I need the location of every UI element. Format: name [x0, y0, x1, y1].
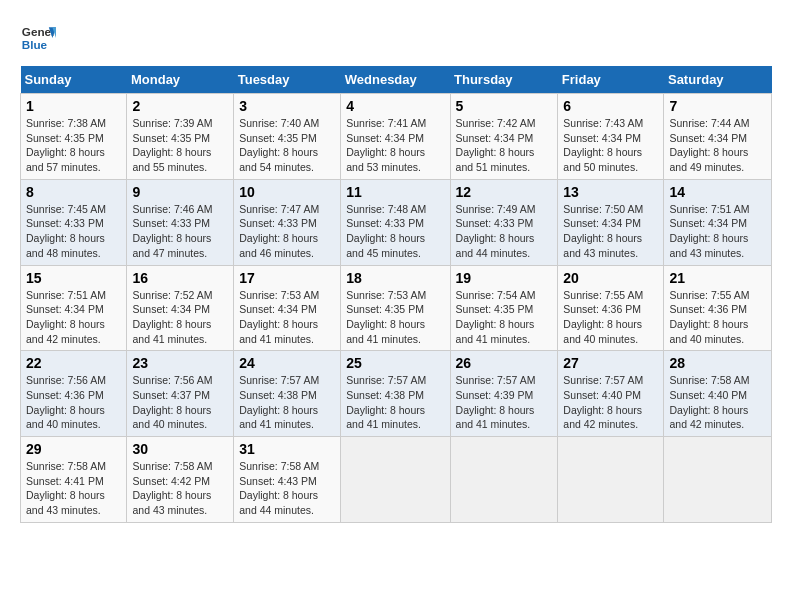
- page-header: General Blue: [20, 20, 772, 56]
- calendar-cell: 25Sunrise: 7:57 AM Sunset: 4:38 PM Dayli…: [341, 351, 450, 437]
- calendar-header-row: SundayMondayTuesdayWednesdayThursdayFrid…: [21, 66, 772, 94]
- calendar-cell: 10Sunrise: 7:47 AM Sunset: 4:33 PM Dayli…: [234, 179, 341, 265]
- calendar-cell: 6Sunrise: 7:43 AM Sunset: 4:34 PM Daylig…: [558, 94, 664, 180]
- header-monday: Monday: [127, 66, 234, 94]
- day-number: 29: [26, 441, 121, 457]
- day-number: 9: [132, 184, 228, 200]
- calendar-cell: 26Sunrise: 7:57 AM Sunset: 4:39 PM Dayli…: [450, 351, 558, 437]
- day-info: Sunrise: 7:45 AM Sunset: 4:33 PM Dayligh…: [26, 202, 121, 261]
- day-number: 12: [456, 184, 553, 200]
- day-number: 22: [26, 355, 121, 371]
- calendar-cell: 5Sunrise: 7:42 AM Sunset: 4:34 PM Daylig…: [450, 94, 558, 180]
- calendar-week-row: 8Sunrise: 7:45 AM Sunset: 4:33 PM Daylig…: [21, 179, 772, 265]
- day-number: 17: [239, 270, 335, 286]
- day-number: 18: [346, 270, 444, 286]
- day-info: Sunrise: 7:55 AM Sunset: 4:36 PM Dayligh…: [669, 288, 766, 347]
- calendar-week-row: 15Sunrise: 7:51 AM Sunset: 4:34 PM Dayli…: [21, 265, 772, 351]
- day-info: Sunrise: 7:51 AM Sunset: 4:34 PM Dayligh…: [669, 202, 766, 261]
- day-number: 10: [239, 184, 335, 200]
- day-info: Sunrise: 7:39 AM Sunset: 4:35 PM Dayligh…: [132, 116, 228, 175]
- calendar-cell: 20Sunrise: 7:55 AM Sunset: 4:36 PM Dayli…: [558, 265, 664, 351]
- calendar-week-row: 29Sunrise: 7:58 AM Sunset: 4:41 PM Dayli…: [21, 437, 772, 523]
- day-number: 19: [456, 270, 553, 286]
- day-info: Sunrise: 7:58 AM Sunset: 4:43 PM Dayligh…: [239, 459, 335, 518]
- day-info: Sunrise: 7:46 AM Sunset: 4:33 PM Dayligh…: [132, 202, 228, 261]
- day-number: 8: [26, 184, 121, 200]
- day-info: Sunrise: 7:43 AM Sunset: 4:34 PM Dayligh…: [563, 116, 658, 175]
- calendar-cell: 19Sunrise: 7:54 AM Sunset: 4:35 PM Dayli…: [450, 265, 558, 351]
- day-info: Sunrise: 7:40 AM Sunset: 4:35 PM Dayligh…: [239, 116, 335, 175]
- day-number: 26: [456, 355, 553, 371]
- calendar-cell: [341, 437, 450, 523]
- day-number: 11: [346, 184, 444, 200]
- day-number: 24: [239, 355, 335, 371]
- day-info: Sunrise: 7:42 AM Sunset: 4:34 PM Dayligh…: [456, 116, 553, 175]
- day-info: Sunrise: 7:58 AM Sunset: 4:42 PM Dayligh…: [132, 459, 228, 518]
- header-thursday: Thursday: [450, 66, 558, 94]
- calendar-cell: 3Sunrise: 7:40 AM Sunset: 4:35 PM Daylig…: [234, 94, 341, 180]
- day-info: Sunrise: 7:56 AM Sunset: 4:37 PM Dayligh…: [132, 373, 228, 432]
- day-number: 4: [346, 98, 444, 114]
- calendar-cell: 15Sunrise: 7:51 AM Sunset: 4:34 PM Dayli…: [21, 265, 127, 351]
- day-info: Sunrise: 7:41 AM Sunset: 4:34 PM Dayligh…: [346, 116, 444, 175]
- calendar-cell: 7Sunrise: 7:44 AM Sunset: 4:34 PM Daylig…: [664, 94, 772, 180]
- day-number: 16: [132, 270, 228, 286]
- header-friday: Friday: [558, 66, 664, 94]
- calendar-cell: 11Sunrise: 7:48 AM Sunset: 4:33 PM Dayli…: [341, 179, 450, 265]
- day-number: 3: [239, 98, 335, 114]
- header-wednesday: Wednesday: [341, 66, 450, 94]
- day-info: Sunrise: 7:57 AM Sunset: 4:39 PM Dayligh…: [456, 373, 553, 432]
- logo: General Blue: [20, 20, 60, 56]
- calendar-cell: [450, 437, 558, 523]
- calendar-cell: 9Sunrise: 7:46 AM Sunset: 4:33 PM Daylig…: [127, 179, 234, 265]
- calendar-cell: 24Sunrise: 7:57 AM Sunset: 4:38 PM Dayli…: [234, 351, 341, 437]
- day-info: Sunrise: 7:38 AM Sunset: 4:35 PM Dayligh…: [26, 116, 121, 175]
- calendar-cell: 8Sunrise: 7:45 AM Sunset: 4:33 PM Daylig…: [21, 179, 127, 265]
- day-info: Sunrise: 7:47 AM Sunset: 4:33 PM Dayligh…: [239, 202, 335, 261]
- day-info: Sunrise: 7:53 AM Sunset: 4:35 PM Dayligh…: [346, 288, 444, 347]
- calendar-cell: 31Sunrise: 7:58 AM Sunset: 4:43 PM Dayli…: [234, 437, 341, 523]
- day-number: 28: [669, 355, 766, 371]
- calendar-cell: 16Sunrise: 7:52 AM Sunset: 4:34 PM Dayli…: [127, 265, 234, 351]
- day-number: 31: [239, 441, 335, 457]
- calendar-table: SundayMondayTuesdayWednesdayThursdayFrid…: [20, 66, 772, 523]
- header-sunday: Sunday: [21, 66, 127, 94]
- day-number: 30: [132, 441, 228, 457]
- logo-icon: General Blue: [20, 20, 56, 56]
- day-number: 15: [26, 270, 121, 286]
- day-number: 1: [26, 98, 121, 114]
- day-info: Sunrise: 7:51 AM Sunset: 4:34 PM Dayligh…: [26, 288, 121, 347]
- calendar-cell: 29Sunrise: 7:58 AM Sunset: 4:41 PM Dayli…: [21, 437, 127, 523]
- calendar-cell: 2Sunrise: 7:39 AM Sunset: 4:35 PM Daylig…: [127, 94, 234, 180]
- day-info: Sunrise: 7:54 AM Sunset: 4:35 PM Dayligh…: [456, 288, 553, 347]
- day-info: Sunrise: 7:50 AM Sunset: 4:34 PM Dayligh…: [563, 202, 658, 261]
- day-info: Sunrise: 7:44 AM Sunset: 4:34 PM Dayligh…: [669, 116, 766, 175]
- calendar-week-row: 22Sunrise: 7:56 AM Sunset: 4:36 PM Dayli…: [21, 351, 772, 437]
- calendar-cell: 23Sunrise: 7:56 AM Sunset: 4:37 PM Dayli…: [127, 351, 234, 437]
- day-number: 7: [669, 98, 766, 114]
- header-tuesday: Tuesday: [234, 66, 341, 94]
- svg-text:Blue: Blue: [22, 38, 48, 51]
- day-info: Sunrise: 7:58 AM Sunset: 4:41 PM Dayligh…: [26, 459, 121, 518]
- day-number: 27: [563, 355, 658, 371]
- calendar-cell: 13Sunrise: 7:50 AM Sunset: 4:34 PM Dayli…: [558, 179, 664, 265]
- calendar-cell: 27Sunrise: 7:57 AM Sunset: 4:40 PM Dayli…: [558, 351, 664, 437]
- day-info: Sunrise: 7:56 AM Sunset: 4:36 PM Dayligh…: [26, 373, 121, 432]
- day-info: Sunrise: 7:53 AM Sunset: 4:34 PM Dayligh…: [239, 288, 335, 347]
- calendar-cell: 22Sunrise: 7:56 AM Sunset: 4:36 PM Dayli…: [21, 351, 127, 437]
- day-number: 20: [563, 270, 658, 286]
- day-info: Sunrise: 7:55 AM Sunset: 4:36 PM Dayligh…: [563, 288, 658, 347]
- calendar-cell: 30Sunrise: 7:58 AM Sunset: 4:42 PM Dayli…: [127, 437, 234, 523]
- calendar-cell: 18Sunrise: 7:53 AM Sunset: 4:35 PM Dayli…: [341, 265, 450, 351]
- calendar-cell: 1Sunrise: 7:38 AM Sunset: 4:35 PM Daylig…: [21, 94, 127, 180]
- calendar-cell: 28Sunrise: 7:58 AM Sunset: 4:40 PM Dayli…: [664, 351, 772, 437]
- calendar-cell: 14Sunrise: 7:51 AM Sunset: 4:34 PM Dayli…: [664, 179, 772, 265]
- day-number: 14: [669, 184, 766, 200]
- calendar-cell: 12Sunrise: 7:49 AM Sunset: 4:33 PM Dayli…: [450, 179, 558, 265]
- calendar-cell: [558, 437, 664, 523]
- calendar-week-row: 1Sunrise: 7:38 AM Sunset: 4:35 PM Daylig…: [21, 94, 772, 180]
- calendar-cell: [664, 437, 772, 523]
- calendar-cell: 4Sunrise: 7:41 AM Sunset: 4:34 PM Daylig…: [341, 94, 450, 180]
- day-number: 21: [669, 270, 766, 286]
- day-number: 13: [563, 184, 658, 200]
